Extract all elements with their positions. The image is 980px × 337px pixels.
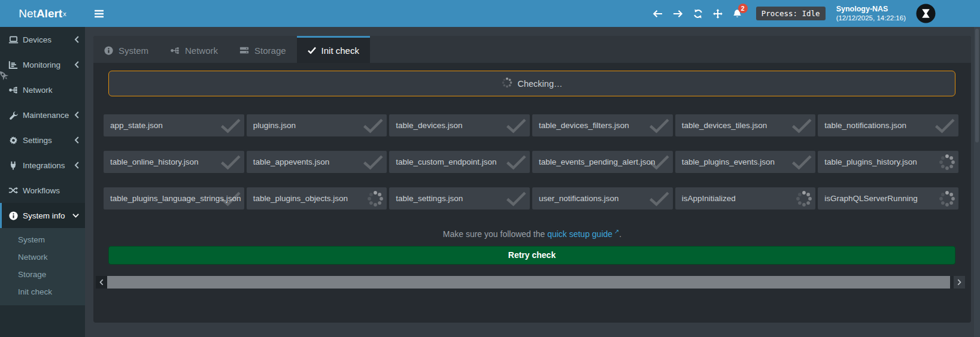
app-logo[interactable]: NetAlertx — [0, 0, 85, 27]
plug-icon — [8, 161, 19, 170]
sidebar-item-system-info[interactable]: System info — [0, 203, 85, 228]
check-icon — [362, 118, 384, 133]
init-check-tile-table-plugins-language-strings-json: table_plugins_language_strings.json — [104, 187, 244, 210]
tab-card: SystemNetworkStorageInit check Checking…… — [93, 36, 971, 323]
notifications-bell[interactable]: 2 — [733, 9, 742, 19]
check-icon — [308, 47, 316, 54]
init-check-tile-table-events-pending-alert-json: table_events_pending_alert.json — [532, 151, 673, 173]
host-info: Synology-NAS (12/12/2025, 14:22:16) — [836, 4, 906, 23]
tile-name: table_appevents.json — [253, 157, 330, 166]
tab-storage[interactable]: Storage — [229, 36, 297, 63]
hint-prefix: Make sure you followed the — [443, 229, 547, 239]
sidebar-item-devices[interactable]: Devices — [0, 27, 85, 52]
sidebar-item-maintenance[interactable]: Maintenance — [0, 102, 85, 127]
tab-system[interactable]: System — [93, 36, 159, 63]
network-icon — [8, 86, 19, 95]
tab-bar: SystemNetworkStorageInit check — [93, 36, 971, 63]
init-check-tile-user-notifications-json: user_notifications.json — [532, 187, 673, 210]
laptop-icon — [8, 35, 19, 44]
init-check-tile-table-custom-endpoint-json: table_custom_endpoint.json — [389, 151, 530, 173]
check-icon — [648, 191, 670, 207]
tile-name: table_online_history.json — [110, 157, 199, 166]
hint-suffix: . — [619, 229, 621, 239]
chevron-left-icon — [74, 136, 79, 144]
shuffle-icon — [8, 186, 19, 195]
sidebar-subitem-init-check[interactable]: Init check — [0, 283, 85, 300]
sidebar-toggle-icon[interactable] — [94, 10, 104, 18]
back-arrow-icon[interactable] — [653, 10, 663, 18]
setup-hint: Make sure you followed the quick setup g… — [93, 228, 971, 239]
quick-setup-guide-link[interactable]: quick setup guide ↗ — [547, 229, 619, 239]
tile-name: isGraphQLServerRunning — [824, 194, 917, 203]
tile-name: table_devices_tiles.json — [682, 121, 767, 130]
tile-name: user_notifications.json — [539, 194, 619, 203]
check-icon — [220, 191, 241, 207]
scroll-right-button[interactable] — [954, 276, 965, 289]
init-check-tile-isappinitialized: isAppInitialized — [675, 187, 816, 210]
rocket-icon[interactable] — [0, 69, 11, 83]
checking-alert: Checking… — [108, 71, 955, 96]
tab-init-check[interactable]: Init check — [297, 36, 370, 63]
sidebar-subitem-storage[interactable]: Storage — [0, 266, 85, 283]
tile-name: table_devices.json — [396, 121, 462, 130]
spinner-icon — [502, 77, 512, 90]
chevron-left-icon — [74, 61, 79, 68]
tab-label: Init check — [321, 45, 359, 56]
refresh-icon[interactable] — [693, 9, 703, 19]
check-icon — [648, 154, 670, 170]
sidebar-subitem-network[interactable]: Network — [0, 248, 85, 266]
sidebar: DevicesMonitoringNetworkMaintenanceSetti… — [0, 27, 85, 337]
forward-arrow-icon[interactable] — [673, 10, 683, 18]
tile-name: app_state.json — [110, 121, 163, 130]
tile-name: table_events_pending_alert.json — [539, 157, 655, 166]
horizontal-scrollbar — [96, 276, 965, 289]
tile-name: table_settings.json — [396, 194, 463, 203]
init-check-tile-table-plugins-history-json: table_plugins_history.json — [818, 151, 958, 173]
check-icon — [791, 154, 812, 170]
sidebar-item-label: System info — [23, 211, 65, 220]
sidebar-item-network[interactable]: Network — [0, 77, 85, 102]
header-right-controls: 2 Process: Idle Synology-NAS (12/12/2025… — [653, 4, 980, 23]
sidebar-item-label: Settings — [23, 136, 52, 145]
tile-name: table_plugins_objects.json — [253, 194, 348, 203]
sidebar-item-workflows[interactable]: Workflows — [0, 178, 85, 203]
check-icon — [791, 118, 812, 133]
check-icon — [505, 154, 527, 170]
init-check-tile-table-online-history-json: table_online_history.json — [104, 151, 244, 173]
sidebar-item-label: Network — [23, 86, 53, 95]
user-avatar[interactable] — [916, 4, 936, 23]
check-icon — [220, 154, 241, 170]
tile-name: table_plugins_history.json — [824, 157, 917, 166]
tile-name: plugins.json — [253, 121, 296, 130]
retry-check-button[interactable]: Retry check — [108, 246, 955, 265]
tile-name: table_custom_endpoint.json — [396, 157, 496, 166]
vertical-scrollbar[interactable] — [974, 27, 980, 337]
spinner-icon — [939, 190, 955, 207]
sidebar-item-label: Workflows — [23, 186, 60, 195]
sidebar-item-monitoring[interactable]: Monitoring — [0, 52, 85, 77]
sidebar-item-integrations[interactable]: Integrations — [0, 153, 85, 178]
sidebar-item-settings[interactable]: Settings — [0, 127, 85, 153]
init-check-tile-table-settings-json: table_settings.json — [389, 187, 530, 210]
tab-label: System — [119, 45, 148, 56]
tab-network[interactable]: Network — [159, 36, 229, 63]
tile-name: table_plugins_events.json — [682, 157, 775, 166]
tab-label: Network — [185, 45, 218, 56]
host-timestamp: (12/12/2025, 14:22:16) — [836, 14, 906, 23]
brand-bold: Alert — [37, 7, 62, 20]
gear-icon — [8, 136, 19, 145]
sidebar-subitem-system[interactable]: System — [0, 231, 85, 248]
scroll-left-button[interactable] — [96, 276, 107, 289]
check-icon — [648, 118, 670, 133]
hint-link-text: quick setup guide — [547, 229, 612, 239]
tile-name: table_notifications.json — [824, 121, 906, 130]
info-icon — [104, 46, 113, 55]
sidebar-item-label: Integrations — [23, 161, 65, 170]
move-arrows-icon[interactable] — [713, 9, 723, 19]
chevron-left-icon — [74, 111, 79, 119]
scrollbar-thumb[interactable] — [107, 276, 950, 289]
init-check-tile-isgraphqlserverrunning: isGraphQLServerRunning — [818, 187, 958, 210]
sidebar-item-label: Monitoring — [23, 60, 60, 69]
check-icon — [505, 191, 527, 207]
init-check-tile-plugins-json: plugins.json — [247, 114, 387, 136]
